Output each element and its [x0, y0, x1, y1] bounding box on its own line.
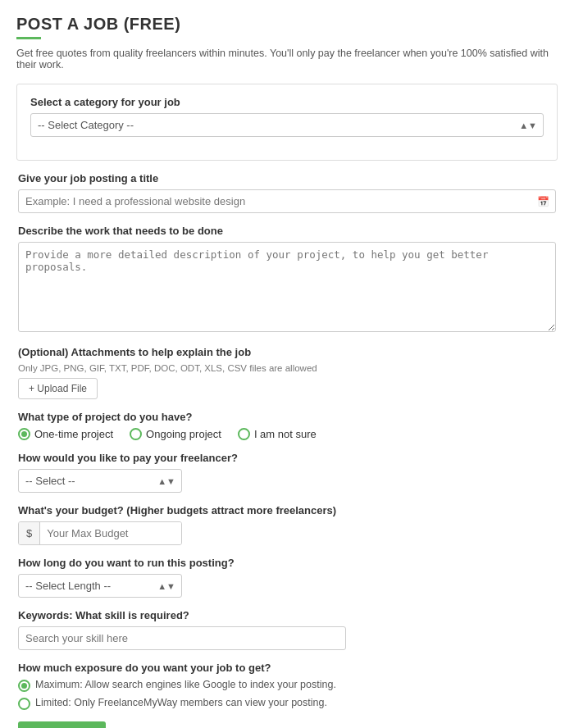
payment-select[interactable]: -- Select -- — [18, 469, 182, 493]
keywords-label: Keywords: What skill is required? — [18, 609, 556, 621]
radio-ongoing-label: Ongoing project — [146, 428, 221, 440]
radio-ongoing[interactable]: Ongoing project — [130, 428, 221, 440]
calendar-icon: 📅 — [537, 196, 549, 207]
job-title-label: Give your job posting a title — [18, 172, 556, 184]
job-title-input-wrapper: 📅 — [18, 189, 556, 213]
duration-select[interactable]: -- Select Length -- — [18, 574, 182, 598]
category-select[interactable]: -- Select Category -- — [30, 113, 544, 137]
radio-one-time-circle — [18, 428, 30, 440]
category-select-wrapper: -- Select Category -- ▲▼ — [30, 113, 544, 137]
attachments-sublabel: Only JPG, PNG, GIF, TXT, PDF, DOC, ODT, … — [18, 363, 556, 373]
category-section: Select a category for your job -- Select… — [16, 84, 558, 161]
exposure-maximum[interactable]: Maximum: Allow search engines like Googl… — [18, 679, 556, 692]
upload-file-button[interactable]: + Upload File — [18, 378, 98, 399]
radio-not-sure-label: I am not sure — [254, 428, 317, 440]
exposure-limited-label: Limited: Only FreelanceMyWay members can… — [35, 697, 327, 708]
radio-one-time[interactable]: One-time project — [18, 428, 113, 440]
duration-select-wrapper: -- Select Length -- ▲▼ — [18, 574, 182, 598]
project-type-label: What type of project do you have? — [18, 411, 556, 423]
exposure-maximum-circle — [18, 680, 30, 692]
page-title: POST A JOB (FREE) — [16, 15, 558, 34]
payment-label: How would you like to pay your freelance… — [18, 452, 556, 464]
budget-label: What's your budget? (Higher budgets attr… — [18, 504, 556, 516]
description-textarea[interactable] — [18, 242, 556, 332]
description-label: Describe the work that needs to be done — [18, 225, 556, 237]
page-subtitle: Get free quotes from quality freelancers… — [16, 48, 558, 71]
budget-currency-symbol: $ — [19, 522, 40, 544]
submit-job-button[interactable]: Submit Job — [18, 721, 106, 728]
exposure-label: How much exposure do you want your job t… — [18, 662, 556, 674]
exposure-maximum-label: Maximum: Allow search engines like Googl… — [35, 679, 336, 690]
radio-one-time-label: One-time project — [34, 428, 113, 440]
job-title-input[interactable] — [18, 189, 556, 213]
title-underline — [16, 37, 41, 39]
radio-not-sure-circle — [238, 428, 250, 440]
category-label: Select a category for your job — [30, 96, 544, 108]
exposure-limited-circle — [18, 698, 30, 710]
attachments-label: (Optional) Attachments to help explain t… — [18, 346, 556, 358]
exposure-limited[interactable]: Limited: Only FreelanceMyWay members can… — [18, 697, 556, 710]
keywords-input[interactable] — [18, 626, 346, 650]
budget-input-wrapper: $ — [18, 521, 182, 545]
radio-not-sure[interactable]: I am not sure — [238, 428, 317, 440]
budget-input[interactable] — [40, 522, 181, 544]
job-title-section: Give your job posting a title 📅 Describe… — [16, 172, 558, 728]
duration-label: How long do you want to run this posting… — [18, 557, 556, 569]
payment-select-wrapper: -- Select -- ▲▼ — [18, 469, 182, 493]
project-type-radio-group: One-time project Ongoing project I am no… — [18, 428, 556, 440]
radio-ongoing-circle — [130, 428, 142, 440]
